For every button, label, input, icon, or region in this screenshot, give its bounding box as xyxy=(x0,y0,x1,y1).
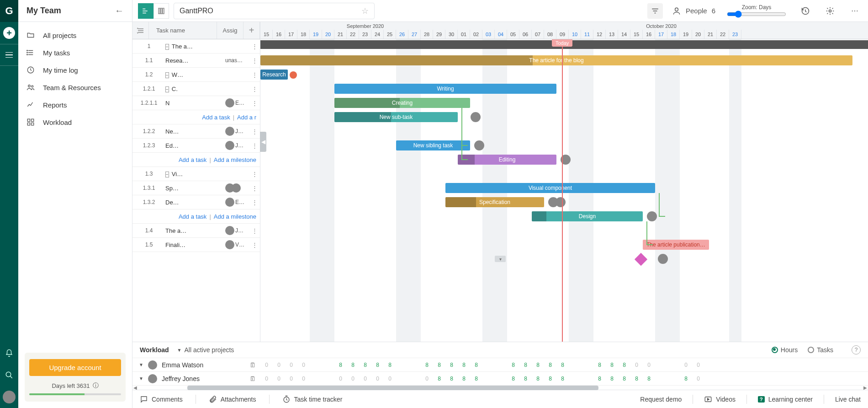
task-menu-icon[interactable]: ⋮ xyxy=(249,227,260,234)
task-assignee[interactable]: J… xyxy=(225,127,249,136)
live-chat-link[interactable]: Live chat xyxy=(835,396,861,403)
task-assignee[interactable]: E… xyxy=(225,198,249,207)
bar-avatar[interactable] xyxy=(647,211,657,221)
task-assignee[interactable]: J… xyxy=(225,141,249,150)
assignee-avatar[interactable] xyxy=(225,198,234,207)
sidebar-item-team-resources[interactable]: Team & Resources xyxy=(18,79,132,96)
add-task-row[interactable]: Add a task|Add a milestone xyxy=(132,209,260,224)
add-task-row[interactable]: Add a task|Add a milestone xyxy=(132,153,260,167)
collapse-icon[interactable]: − xyxy=(165,86,169,92)
learning-center-link[interactable]: ? Learning center xyxy=(758,396,813,403)
day-cell[interactable]: 01 xyxy=(458,30,470,39)
gantt-bar[interactable]: Visual component xyxy=(445,183,655,193)
task-name[interactable]: Sp… xyxy=(165,185,225,192)
calendar-icon[interactable]: 🗓 xyxy=(249,361,256,369)
milestone-diamond[interactable] xyxy=(635,253,647,266)
day-cell[interactable]: 06 xyxy=(519,30,532,39)
bar-avatar[interactable] xyxy=(471,112,481,122)
task-name[interactable]: Resea… xyxy=(165,57,225,64)
task-name[interactable]: −C. xyxy=(165,86,225,92)
day-cell[interactable]: 21 xyxy=(704,30,717,39)
task-row[interactable]: 1.2−W…⋮ xyxy=(132,68,260,82)
col-assignee[interactable]: Assig xyxy=(217,22,243,39)
day-cell[interactable]: 28 xyxy=(421,30,433,39)
day-cell[interactable]: 17 xyxy=(655,30,667,39)
day-cell[interactable]: 22 xyxy=(717,30,729,39)
bell-icon[interactable] xyxy=(0,342,18,364)
day-cell[interactable]: 17 xyxy=(285,30,297,39)
task-row[interactable]: 1.2.3Ed…J…⋮ xyxy=(132,139,260,153)
task-assignee[interactable]: unas… xyxy=(225,57,249,64)
gantt-bar[interactable]: Creating xyxy=(334,98,470,108)
workload-filter-dropdown[interactable]: ▼ All active projects xyxy=(177,346,234,354)
collapse-icon[interactable]: − xyxy=(165,172,169,177)
workload-row[interactable]: ▼Emma Watson🗓00008888888888888888880000 xyxy=(132,358,868,371)
bar-avatar[interactable] xyxy=(556,197,566,207)
workload-row[interactable]: ▼Jeffrey Jones🗓0000000000888888888888888… xyxy=(132,371,868,385)
add-milestone-link[interactable]: Add a milestone xyxy=(214,156,256,163)
task-name[interactable]: The a… xyxy=(165,227,225,234)
gantt-bar[interactable]: New sub-task xyxy=(334,112,458,122)
gantt-bar[interactable]: Writing xyxy=(334,84,556,94)
day-cell[interactable]: 09 xyxy=(556,30,569,39)
add-column-button[interactable]: + xyxy=(243,22,260,39)
task-menu-icon[interactable]: ⋮ xyxy=(249,57,260,64)
task-assignee[interactable]: J… xyxy=(225,226,249,235)
day-cell[interactable]: 19 xyxy=(680,30,692,39)
bar-avatar[interactable] xyxy=(658,254,668,264)
task-row[interactable]: 1.2.1.1NE…⋮ xyxy=(132,96,260,110)
add-task-link[interactable]: Add a task xyxy=(179,156,206,163)
day-cell[interactable]: 30 xyxy=(445,30,458,39)
user-avatar[interactable] xyxy=(3,391,16,403)
bar-avatar[interactable] xyxy=(474,140,484,150)
day-cell[interactable]: 18 xyxy=(667,30,680,39)
workload-help-icon[interactable]: ? xyxy=(852,345,861,354)
gantt-bar[interactable]: Design xyxy=(532,211,643,221)
task-name[interactable]: De… xyxy=(165,199,225,206)
filter-icon[interactable] xyxy=(647,3,663,19)
project-title-input[interactable]: GanttPRO ☆ xyxy=(174,3,375,19)
task-row[interactable]: 1−The a…⋮ xyxy=(132,39,260,54)
person-avatar[interactable] xyxy=(148,374,157,383)
task-name[interactable]: N xyxy=(165,100,225,107)
sidebar-item-my-time-log[interactable]: My time log xyxy=(18,61,132,79)
day-cell[interactable]: 14 xyxy=(618,30,630,39)
col-task-name[interactable]: Task name xyxy=(149,22,217,39)
collapse-icon[interactable]: − xyxy=(165,72,169,78)
hamburger-icon[interactable] xyxy=(0,44,18,66)
board-view-button[interactable] xyxy=(153,3,169,19)
calendar-icon[interactable]: 🗓 xyxy=(249,375,256,382)
assignee-avatar[interactable] xyxy=(225,240,234,249)
create-button[interactable]: + xyxy=(0,22,18,44)
task-menu-icon[interactable]: ⋮ xyxy=(249,128,260,135)
task-name[interactable]: −Vi… xyxy=(165,171,225,177)
day-cell[interactable]: 24 xyxy=(371,30,384,39)
day-cell[interactable]: 07 xyxy=(532,30,544,39)
day-cell[interactable]: 26 xyxy=(396,30,408,39)
task-time-tracker-button[interactable]: Task time tracker xyxy=(282,395,343,403)
task-row[interactable]: 1.2.1−C.⋮ xyxy=(132,82,260,96)
task-menu-icon[interactable]: ⋮ xyxy=(249,185,260,192)
sidebar-item-all-projects[interactable]: All projects xyxy=(18,27,132,44)
day-cell[interactable]: 16 xyxy=(273,30,285,39)
day-cell[interactable]: 05 xyxy=(507,30,519,39)
day-cell[interactable]: 10 xyxy=(569,30,581,39)
day-cell[interactable]: 19 xyxy=(310,30,322,39)
day-cell[interactable]: 23 xyxy=(359,30,371,39)
gantt-bar[interactable]: New sibling task xyxy=(396,140,470,150)
task-name[interactable]: Finali… xyxy=(165,242,225,248)
day-cell[interactable]: 25 xyxy=(384,30,396,39)
more-icon[interactable]: ⋯ xyxy=(847,3,863,19)
workload-tasks-radio[interactable]: Tasks xyxy=(808,346,833,354)
history-icon[interactable] xyxy=(798,3,813,19)
favorite-icon[interactable]: ☆ xyxy=(361,6,369,16)
day-cell[interactable]: 02 xyxy=(470,30,482,39)
sidebar-item-my-tasks[interactable]: My tasks xyxy=(18,44,132,61)
task-name[interactable]: Ed… xyxy=(165,142,225,149)
add-milestone-link[interactable]: Add a milestone xyxy=(214,213,256,220)
day-cell[interactable]: 29 xyxy=(433,30,445,39)
workload-scrollbar[interactable]: ◀ ▶ xyxy=(132,385,868,390)
comments-button[interactable]: Comments xyxy=(140,395,183,403)
task-name[interactable]: −The a… xyxy=(165,43,225,50)
task-menu-icon[interactable]: ⋮ xyxy=(249,86,260,92)
